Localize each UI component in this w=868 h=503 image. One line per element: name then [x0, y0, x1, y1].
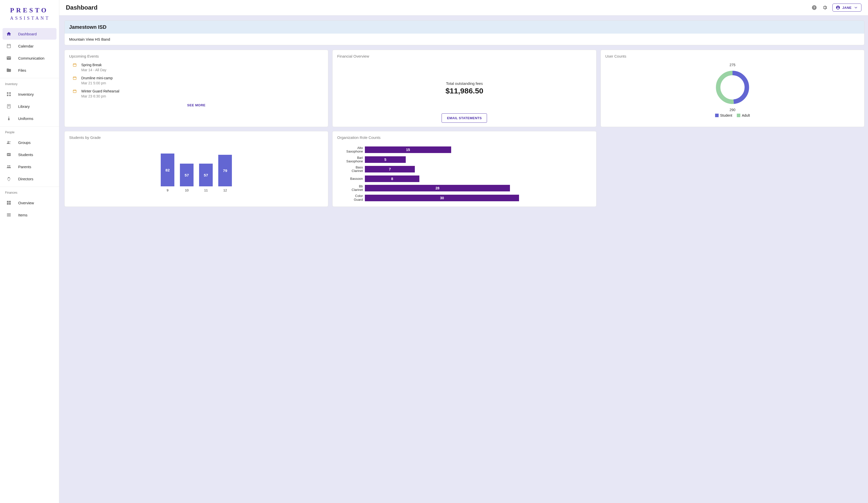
upcoming-events-card: Upcoming Events Spring Break Mar 14 - Al… — [64, 50, 328, 127]
bar-label: BariSaxophone — [337, 156, 365, 163]
badge-icon — [6, 152, 12, 157]
financial-value: $11,986.50 — [445, 87, 483, 95]
org-district: Jamestown ISD — [65, 21, 864, 33]
folder-icon — [6, 68, 12, 73]
user-counts-card: User Counts 275 290 Student Adult — [600, 50, 865, 127]
svg-rect-17 — [7, 213, 11, 214]
email-statements-button[interactable]: EMAIL STATEMENTS — [442, 113, 487, 123]
user-menu-button[interactable]: JANE — [833, 3, 861, 12]
bar-label: 10 — [185, 188, 188, 192]
bar-label: ColorGuard — [337, 194, 365, 201]
main: Dashboard ? JANE Jamestown ISD Mountain … — [59, 0, 868, 503]
people-icon — [6, 164, 12, 169]
gear-icon[interactable] — [822, 4, 828, 11]
bar: 8 — [365, 175, 420, 182]
bar: 79 — [218, 155, 232, 187]
svg-point-10 — [7, 165, 9, 167]
svg-rect-3 — [9, 95, 11, 96]
role-bar-row: ColorGuard 30 — [337, 194, 591, 201]
svg-rect-19 — [7, 215, 11, 217]
user-icon — [836, 5, 840, 10]
sidebar-item-inventory[interactable]: Inventory — [2, 88, 56, 100]
sidebar-item-library[interactable]: Library — [2, 101, 56, 112]
chevron-down-icon — [854, 5, 858, 10]
event-row[interactable]: Drumline mini-camp Mar 21 5:00 pm — [69, 76, 323, 85]
bar: 57 — [199, 164, 213, 187]
grade-bar: 57 10 — [180, 164, 194, 192]
page-title: Dashboard — [66, 4, 97, 11]
bar-label: BassClarinet — [337, 165, 365, 173]
bar-label: AltoSaxophone — [337, 146, 365, 153]
sidebar-item-label: Groups — [18, 140, 31, 145]
donut-top-count: 275 — [730, 63, 735, 67]
sidebar-item-label: Library — [18, 104, 30, 109]
svg-rect-18 — [7, 215, 11, 215]
tie-icon — [6, 115, 12, 121]
sidebar-item-items[interactable]: Items — [2, 209, 56, 221]
svg-rect-1 — [9, 92, 11, 94]
svg-rect-2 — [7, 95, 9, 96]
bar-label: BbClarinet — [337, 184, 365, 192]
sidebar-item-label: Uniforms — [18, 117, 33, 121]
svg-rect-8 — [9, 154, 10, 154]
card-title: Upcoming Events — [69, 54, 323, 58]
students-by-grade-chart: 82 957 1057 1179 12 — [69, 144, 323, 192]
event-row[interactable]: Winter Guard Rehearsal Mar 23 6:30 pm — [69, 89, 323, 98]
grade-bar: 79 12 — [218, 155, 232, 192]
card-title: Organization Role Counts — [337, 135, 591, 140]
logo-main: PRESTO — [10, 7, 54, 14]
sidebar-item-groups[interactable]: Groups — [2, 137, 56, 148]
sidebar-item-calendar[interactable]: Calendar — [2, 40, 56, 52]
sidebar-item-students[interactable]: Students — [2, 149, 56, 160]
sidebar: PRESTO ASSISTANT DashboardCalendarCommun… — [0, 0, 59, 503]
students-by-grade-card: Students by Grade 82 957 1057 1179 12 — [64, 131, 328, 207]
legend-student: Student — [715, 113, 732, 118]
svg-point-7 — [8, 154, 9, 155]
bar: 57 — [180, 164, 194, 187]
sidebar-item-overview[interactable]: Overview — [2, 197, 56, 209]
help-icon[interactable]: ? — [811, 4, 817, 11]
sidebar-item-communication[interactable]: Communication — [2, 52, 56, 64]
grade-bar: 57 11 — [199, 164, 213, 192]
event-title: Winter Guard Rehearsal — [81, 89, 323, 93]
role-bar-row: BassClarinet 7 — [337, 165, 591, 173]
grade-bar: 82 9 — [161, 153, 174, 192]
sidebar-item-label: Inventory — [18, 92, 34, 97]
sidebar-item-dashboard[interactable]: Dashboard — [2, 28, 56, 40]
event-date: Mar 14 - All Day — [81, 68, 323, 72]
sidebar-item-directors[interactable]: Directors — [2, 173, 56, 184]
bar: 5 — [365, 156, 406, 163]
bar-label: 12 — [223, 188, 227, 192]
event-row[interactable]: Spring Break Mar 14 - All Day — [69, 63, 323, 72]
card-title: Students by Grade — [69, 135, 323, 140]
legend-adult: Adult — [737, 113, 750, 118]
sidebar-item-parents[interactable]: Parents — [2, 161, 56, 172]
svg-point-5 — [9, 141, 10, 142]
nav-group-title: People — [0, 128, 59, 136]
svg-rect-13 — [7, 201, 9, 203]
sidebar-item-label: Overview — [18, 201, 34, 205]
bar-label: 11 — [204, 188, 208, 192]
bar: 15 — [365, 147, 451, 153]
sidebar-item-label: Parents — [18, 165, 31, 169]
sidebar-item-label: Files — [18, 68, 26, 72]
svg-point-37 — [718, 73, 747, 102]
svg-point-23 — [837, 7, 839, 8]
see-more-button[interactable]: SEE MORE — [69, 103, 323, 107]
nav-group-title: Finances — [0, 188, 59, 197]
home-icon — [6, 31, 12, 37]
calendar-icon — [73, 89, 77, 98]
donut-bottom-count: 290 — [730, 108, 735, 112]
svg-rect-32 — [73, 90, 76, 93]
svg-rect-0 — [7, 92, 9, 94]
sidebar-item-uniforms[interactable]: Uniforms — [2, 113, 56, 124]
calendar-icon — [73, 76, 77, 85]
svg-rect-24 — [73, 64, 76, 67]
svg-rect-28 — [73, 77, 76, 80]
sidebar-item-label: Calendar — [18, 44, 33, 48]
event-date: Mar 21 5:00 pm — [81, 81, 323, 85]
event-date: Mar 23 6:30 pm — [81, 94, 323, 98]
sidebar-item-label: Items — [18, 213, 28, 217]
sidebar-item-files[interactable]: Files — [2, 64, 56, 76]
nav-group-title: Inventory — [0, 80, 59, 88]
